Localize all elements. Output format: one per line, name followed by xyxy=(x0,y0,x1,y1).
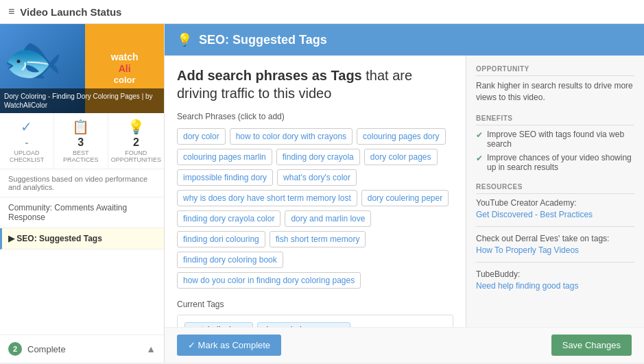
complete-row: 2 Complete ▲ xyxy=(0,335,164,363)
suggested-tag[interactable]: dory coulering peper xyxy=(361,190,449,206)
best-practices-label: BESTPRACTICES xyxy=(63,149,99,163)
benefit-item-2: ✔ Improve chances of your video showing … xyxy=(476,153,634,172)
main-layout: 🐟 watch Ali color Dory Coloring - Findin… xyxy=(0,24,644,363)
resources-title: RESOURCES xyxy=(476,183,634,194)
header-title: SEO: Suggested Tags xyxy=(199,33,327,47)
sidebar-right: OPPORTUNITY Rank higher in search result… xyxy=(466,56,644,327)
suggested-tag[interactable]: finding dory crayola color xyxy=(177,210,281,227)
resource-label-1: YouTube Creator Academy: xyxy=(476,198,634,208)
checklist-best-practices[interactable]: 📋 3 BESTPRACTICES xyxy=(54,113,108,169)
check-icon-2: ✔ xyxy=(476,154,483,163)
current-tags-label: Current Tags xyxy=(177,300,453,309)
suggested-tag[interactable]: how do you color in finding dory colorin… xyxy=(177,272,361,289)
content-header: 💡 SEO: Suggested Tags xyxy=(165,24,644,56)
thumb-text-block: watch Ali color xyxy=(111,51,139,85)
benefit-item-1: ✔ Improve SEO with tags found via web se… xyxy=(476,130,634,149)
nav-item-comments[interactable]: Community: Comments Awaiting Response xyxy=(0,197,164,228)
suggested-tag[interactable]: finding dory crayola xyxy=(276,149,360,165)
divider-2 xyxy=(476,262,634,263)
opportunity-section: OPPORTUNITY Rank higher in search result… xyxy=(476,65,634,104)
best-practices-value: 3 xyxy=(77,136,84,149)
complete-badge: 2 xyxy=(8,342,22,356)
benefits-section: BENEFITS ✔ Improve SEO with tags found v… xyxy=(476,114,634,172)
action-row: ✓ Mark as Complete Save Changes xyxy=(165,327,644,363)
left-panel: 🐟 watch Ali color Dory Coloring - Findin… xyxy=(0,24,165,363)
suggested-tag[interactable]: finding dori colouring xyxy=(177,231,265,247)
save-changes-button[interactable]: Save Changes xyxy=(551,335,632,356)
upload-label: UPLOADCHECKLIST xyxy=(10,149,45,163)
resource-link-2[interactable]: How To Properly Tag Videos xyxy=(476,245,579,255)
suggested-tags-container: dory color how to color dory with crayon… xyxy=(177,128,453,289)
mark-complete-button[interactable]: ✓ Mark as Complete xyxy=(177,335,281,356)
divider-1 xyxy=(476,226,634,227)
nav-item-seo-tags-label: SEO: Suggested Tags xyxy=(16,234,102,243)
bulb-icon: 💡 xyxy=(128,119,145,135)
app-title: Video Launch Status xyxy=(20,6,121,18)
complete-text: Complete xyxy=(27,344,146,354)
current-tags-box: watchalicolor ✕ dory coloring pages ✕ fi… xyxy=(177,315,453,327)
suggested-tag[interactable]: colouring pages marlin xyxy=(177,149,272,165)
thumb-line3: color xyxy=(111,75,139,86)
checkmark-icon: ✓ xyxy=(21,119,32,135)
check-icon-1: ✔ xyxy=(476,130,483,140)
suggested-tag[interactable]: dory color pages xyxy=(364,149,438,165)
benefit-text-2: Improve chances of your video showing up… xyxy=(487,153,634,172)
main-heading: Add search phrases as Tags that are driv… xyxy=(177,66,453,102)
checklist-row: ✓ - UPLOADCHECKLIST 📋 3 BESTPRACTICES 💡 … xyxy=(0,113,164,169)
suggested-tag[interactable]: why is does dory have short term memory … xyxy=(177,190,357,206)
top-bar: ≡ Video Launch Status xyxy=(0,0,644,24)
spacer xyxy=(0,250,164,335)
resource-link-1[interactable]: Get Discovered - Best Practices xyxy=(476,210,593,219)
fish-icon: 🐟 xyxy=(3,31,62,87)
thumb-line2: Ali xyxy=(111,63,139,75)
benefits-title: BENEFITS xyxy=(476,114,634,125)
opportunity-text: Rank higher in search results to drive m… xyxy=(476,80,634,104)
suggested-tag[interactable]: finding dory coloring book xyxy=(177,252,283,268)
resource-label-3: TubeBuddy: xyxy=(476,269,634,279)
suggested-tag[interactable]: dory color xyxy=(177,128,226,145)
right-content: 💡 SEO: Suggested Tags Add search phrases… xyxy=(165,24,644,363)
nav-arrow-icon: ▶ xyxy=(8,234,16,243)
search-phrases-label: Search Phrases (click to add) xyxy=(177,112,453,121)
resources-section: RESOURCES YouTube Creator Academy: Get D… xyxy=(476,183,634,291)
video-title-overlay: Dory Coloring - Finding Dory Coloring Pa… xyxy=(0,88,164,113)
menu-icon[interactable]: ≡ xyxy=(8,5,14,18)
suggested-tag[interactable]: dory and marlin love xyxy=(285,210,371,227)
nav-item-comments-label: Community: Comments Awaiting Response xyxy=(8,203,127,222)
benefit-text-1: Improve SEO with tags found via web sear… xyxy=(487,130,634,149)
current-tag: dory coloring pages ✕ xyxy=(257,322,350,327)
video-title: Dory Coloring - Finding Dory Coloring Pa… xyxy=(4,92,160,110)
main-content-area: Add search phrases as Tags that are driv… xyxy=(165,56,466,327)
chevron-up-icon[interactable]: ▲ xyxy=(146,343,156,354)
suggested-tag[interactable]: impossible finding dory xyxy=(177,169,273,186)
resource-label-2: Check out Derral Eves' take on tags: xyxy=(476,234,634,243)
doc-icon: 📋 xyxy=(72,119,89,135)
suggested-tag[interactable]: how to color dory with crayons xyxy=(230,128,353,145)
checklist-upload[interactable]: ✓ - UPLOADCHECKLIST xyxy=(0,113,54,169)
opportunity-title: OPPORTUNITY xyxy=(476,65,634,76)
opportunities-label: FOUNDOPPORTUNITIES xyxy=(111,149,161,163)
suggested-tag[interactable]: colouring pages dory xyxy=(357,128,445,145)
thumb-line1: watch xyxy=(111,51,139,63)
suggested-tag[interactable]: what's dory's color xyxy=(277,169,357,186)
opportunities-value: 2 xyxy=(133,136,139,149)
nav-item-seo-tags[interactable]: ▶ SEO: Suggested Tags xyxy=(0,228,164,250)
header-bulb-icon: 💡 xyxy=(177,32,192,47)
video-thumbnail: 🐟 watch Ali color Dory Coloring - Findin… xyxy=(0,24,164,113)
suggested-tag[interactable]: fish short term memory xyxy=(270,231,366,247)
upload-value: - xyxy=(25,136,28,149)
content-area: Add search phrases as Tags that are driv… xyxy=(165,56,644,327)
current-tag: watchalicolor ✕ xyxy=(184,322,253,327)
checklist-opportunities[interactable]: 💡 2 FOUNDOPPORTUNITIES xyxy=(108,113,164,169)
suggestions-text: Suggestions based on video performance a… xyxy=(0,169,164,197)
resource-link-3[interactable]: Need help finding good tags xyxy=(476,281,578,291)
